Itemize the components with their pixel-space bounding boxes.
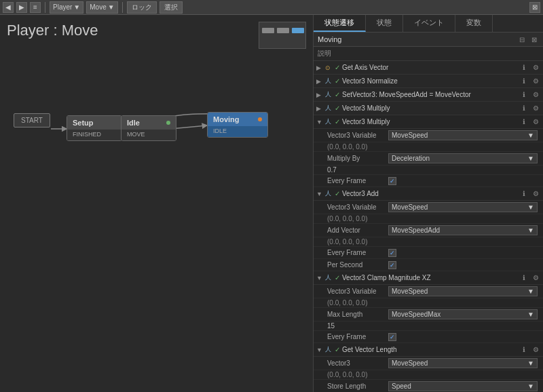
v3add-info-icon[interactable]: ℹ [519,189,529,199]
v3add-coords1: (0.0, 0.0, 0.0) [314,214,543,224]
separator-1 [45,2,45,13]
player-label: Player [53,3,72,11]
tab-state[interactable]: 状態 [366,15,403,32]
v3clamp-variable-dropdown[interactable]: MoveSpeed▼ [388,286,538,296]
action-vector3-normalize[interactable]: ▶ 人 ✓ Vector3 Normalize ℹ ⚙ [314,75,543,88]
lock-button[interactable]: ロック [127,1,157,14]
gvl-vector3-dropdown[interactable]: MoveSpeed▼ [388,358,538,368]
v3add-everyframe-row: Every Frame ✓ [314,247,543,259]
v3n-gear-icon[interactable]: ⚙ [531,77,540,86]
state-area: START Setup FINISHED Idle MOVE M [14,76,306,385]
actions-list: ▶ ⊙ ✓ Get Axis Vector ℹ ⚙ ▶ 人 ✓ Vector3 … [314,61,543,392]
action-getveclen[interactable]: ▼ 人 ✓ Get Vector Length ℹ ⚙ [314,343,543,357]
menu-button[interactable]: ≡ [30,2,41,13]
v3add-gear-icon[interactable]: ⚙ [531,189,540,199]
v3m1-icon: 人 [323,104,333,113]
v3m2-everyframe-check[interactable]: ✓ [388,177,396,185]
action-v3m1[interactable]: ▶ 人 ✓ Vector3 Multiply ℹ ⚙ [314,102,543,115]
v3m2-decel-val: 0.7 [314,165,543,175]
page-title: Player : Move [7,22,98,39]
v3clamp-everyframe-row: Every Frame ✓ [314,331,543,343]
minimap [259,22,306,49]
v3m2-variable-row: Vector3 Variable MoveSpeed▼ [314,129,543,142]
tab-state-transition[interactable]: 状態遷移 [314,15,366,32]
setup-label: Setup [73,119,94,127]
back-button[interactable]: ◀ [3,2,14,13]
v3m2-icon: 人 [323,117,333,127]
v3n-icon: 人 [323,77,333,86]
gvl-gear-icon[interactable]: ⚙ [531,345,540,355]
v3add-variable-dropdown[interactable]: MoveSpeed▼ [388,202,538,212]
start-node: START [14,113,50,128]
v3add-persecond-check[interactable]: ✓ [388,261,396,269]
moving-label: Moving [213,115,240,123]
toolbar: ◀ ▶ ≡ Player ▼ Move ▼ ロック 選択 ⊠ [0,0,543,15]
v3clamp-coords: (0.0, 0.0, 0.0) [314,298,543,308]
tab-event[interactable]: イベント [403,15,455,32]
gvl-coords: (0.0, 0.0, 0.0) [314,370,543,380]
action-v3add-section: ▼ 人 ✓ Vector3 Add ℹ ⚙ Vector3 Variable M… [314,187,543,271]
move-dropdown[interactable]: Move ▼ [86,1,117,14]
sv3-gear-icon[interactable]: ⚙ [531,90,540,100]
current-state-bar: Moving ⊟ ⊠ [314,33,543,47]
description-label: 説明 [314,47,543,61]
idle-dot [166,121,170,125]
action-gear-icon[interactable]: ⚙ [531,63,540,73]
v3add-everyframe-check[interactable]: ✓ [388,249,396,257]
main-area: Player : Move [0,15,543,392]
v3clamp-icon: 人 [323,273,333,283]
forward-button[interactable]: ▶ [16,2,27,13]
action-v3clamp[interactable]: ▼ 人 ✓ Vector3 Clamp Magnitude XZ ℹ ⚙ [314,271,543,285]
v3m2-variable-dropdown[interactable]: MoveSpeed▼ [388,130,538,140]
right-panel: 状態遷移 状態 イベント 変数 Moving ⊟ ⊠ 説明 ▶ ⊙ ✓ Get … [314,15,543,392]
player-arrow: ▼ [73,3,80,11]
v3clamp-everyframe-check[interactable]: ✓ [388,333,396,341]
sv3-icon: 人 [323,90,333,100]
action-v3clamp-section: ▼ 人 ✓ Vector3 Clamp Magnitude XZ ℹ ⚙ Vec… [314,271,543,343]
v3clamp-variable-row: Vector3 Variable MoveSpeed▼ [314,285,543,298]
state-node-setup[interactable]: Setup FINISHED [67,115,122,141]
tab-variable[interactable]: 変数 [455,15,493,32]
select-button[interactable]: 選択 [160,1,183,14]
player-dropdown[interactable]: Player ▼ [50,1,83,14]
idle-label: Idle [127,119,140,127]
action-setvector3[interactable]: ▶ 人 ✓ SetVector3: MoveSpeedAdd = MoveVec… [314,88,543,102]
moving-dot [258,117,262,121]
v3add-icon: 人 [323,189,333,199]
get-axis-icon: ⊙ [323,63,333,73]
gvl-storelength-dropdown[interactable]: Speed▼ [388,381,538,391]
v3m1-gear-icon[interactable]: ⚙ [531,104,540,113]
action-v3m2[interactable]: ▼ 人 ✓ Vector3 Multiply ℹ ⚙ [314,115,543,129]
sv3-info-icon[interactable]: ℹ [519,90,529,100]
v3m2-multiplyby-dropdown[interactable]: Deceleration▼ [388,153,538,163]
right-tabs: 状態遷移 状態 イベント 変数 [314,15,543,33]
gvl-info-icon[interactable]: ℹ [519,345,529,355]
v3add-addvector-row: Add Vector MoveSpeedAdd▼ [314,224,543,237]
state-node-idle[interactable]: Idle MOVE [121,115,176,141]
action-get-axis-vector[interactable]: ▶ ⊙ ✓ Get Axis Vector ℹ ⚙ [314,61,543,75]
state-node-moving[interactable]: Moving IDLE [207,112,268,138]
v3add-variable-row: Vector3 Variable MoveSpeed▼ [314,201,543,214]
move-arrow: ▼ [108,3,115,11]
close-button[interactable]: ⊠ [529,2,540,13]
v3clamp-maxlen-dropdown[interactable]: MoveSpeedMax▼ [388,309,538,319]
separator-2 [122,2,123,13]
action-v3add[interactable]: ▼ 人 ✓ Vector3 Add ℹ ⚙ [314,187,543,201]
v3m1-info-icon[interactable]: ℹ [519,104,529,113]
action-getveclen-section: ▼ 人 ✓ Get Vector Length ℹ ⚙ Vector3 Move… [314,343,543,392]
v3m2-everyframe-row: Every Frame ✓ [314,175,543,187]
action-info-icon[interactable]: ℹ [519,63,529,73]
v3m2-coords: (0.0, 0.0, 0.0) [314,142,543,152]
state-close-icon[interactable]: ⊠ [529,35,539,44]
v3clamp-info-icon[interactable]: ℹ [519,273,529,283]
v3add-addvector-dropdown[interactable]: MoveSpeedAdd▼ [388,225,538,235]
v3clamp-maxval: 15 [314,321,543,331]
v3clamp-gear-icon[interactable]: ⚙ [531,273,540,283]
v3m2-gear-icon[interactable]: ⚙ [531,117,540,127]
v3n-info-icon[interactable]: ℹ [519,77,529,86]
v3add-persecond-row: Per Second ✓ [314,259,543,271]
gvl-storelength-row: Store Length Speed▼ [314,380,543,392]
v3add-coords2: (0.0, 0.0, 0.0) [314,237,543,247]
v3m2-info-icon[interactable]: ℹ [519,117,529,127]
state-settings-icon[interactable]: ⊟ [517,35,527,44]
